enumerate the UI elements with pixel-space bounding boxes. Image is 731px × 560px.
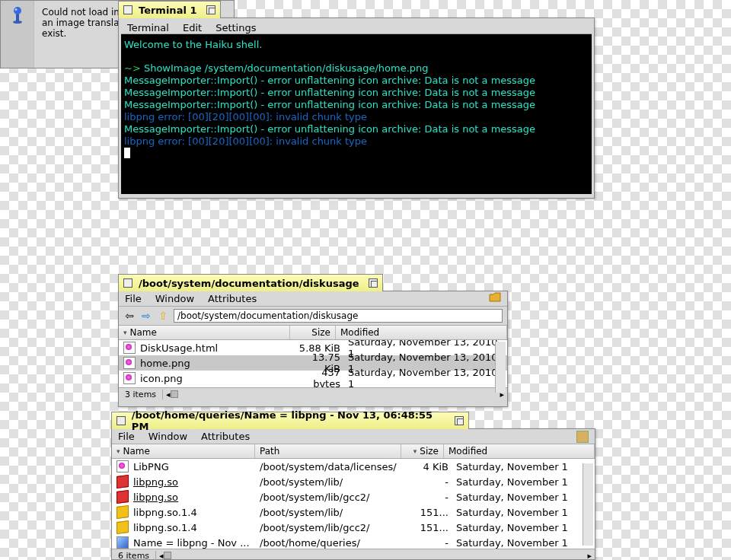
- restore-icon[interactable]: [455, 416, 464, 425]
- file-name: DiskUsage.html: [140, 342, 218, 354]
- package-icon: [576, 431, 589, 443]
- item-count: 3 items: [119, 390, 163, 399]
- col-name[interactable]: ▾Name: [119, 326, 290, 339]
- col-name[interactable]: ▾Name: [112, 444, 255, 458]
- tracker1-menubar: File Window Attributes: [119, 291, 507, 307]
- library-icon: [117, 520, 129, 534]
- table-row[interactable]: Name = libpng - Nov .../boot/home/querie…: [112, 535, 595, 549]
- info-icon: [11, 7, 24, 24]
- scrollbar-horizontal[interactable]: ◂▸: [156, 551, 595, 561]
- file-modified: Saturday, November 1: [448, 507, 590, 518]
- tracker1-navbar: ⇦ ⇨ ⇧: [119, 307, 507, 326]
- terminal-titlebar[interactable]: Terminal 1: [118, 1, 221, 18]
- file-name: libpng.so.1.4: [133, 522, 197, 533]
- file-icon: [123, 372, 136, 384]
- terminal-screen[interactable]: Welcome to the Haiku shell. ~> ShowImage…: [121, 34, 592, 194]
- menu-file[interactable]: File: [125, 293, 142, 304]
- sort-icon: ▾: [117, 447, 120, 455]
- tracker1-column-headers: ▾Name Size Modified: [119, 326, 507, 340]
- tracker-window-query: /boot/home/queries/Name = libpng - Nov 1…: [111, 428, 595, 560]
- menu-settings[interactable]: Settings: [215, 22, 256, 32]
- tracker1-titlebar[interactable]: /boot/system/documentation/diskusage: [118, 274, 383, 291]
- terminal-welcome: Welcome to the Haiku shell.: [124, 39, 262, 50]
- col-size[interactable]: ▾Size: [401, 444, 444, 458]
- file-size: -: [406, 476, 448, 488]
- file-name: libpng.so.1.4: [133, 507, 197, 518]
- file-icon: [117, 460, 129, 473]
- folder-icon: [489, 292, 501, 305]
- menu-attributes[interactable]: Attributes: [208, 293, 257, 304]
- tracker1-statusbar: 3 items ◂▸: [119, 387, 507, 400]
- table-row[interactable]: libpng.so/boot/system/lib/gcc2/-Saturday…: [112, 489, 595, 504]
- file-modified: Saturday, November 1: [448, 461, 590, 473]
- terminal-libpng-error: libpng error: [00][20][00][00]: invalid …: [124, 111, 367, 123]
- menu-terminal[interactable]: Terminal: [127, 22, 169, 32]
- terminal-window: Terminal 1 Terminal Edit Settings Welcom…: [118, 18, 595, 199]
- file-modified: Saturday, November 1: [448, 537, 590, 549]
- file-path: /boot/system/lib/: [260, 507, 406, 518]
- close-icon[interactable]: [123, 5, 132, 14]
- restore-icon[interactable]: [206, 5, 215, 14]
- svg-point-2: [14, 7, 21, 14]
- file-path: /boot/system/lib/gcc2/: [260, 492, 406, 503]
- file-path: /boot/home/queries/: [260, 537, 406, 549]
- tracker1-filelist[interactable]: DiskUsage.html5.88 KiBSaturday, November…: [119, 340, 507, 387]
- menu-window[interactable]: Window: [148, 431, 187, 442]
- nav-forward-icon[interactable]: ⇨: [140, 310, 152, 322]
- terminal-error-line: MessageImporter::Import() - error unflat…: [124, 75, 535, 86]
- menu-edit[interactable]: Edit: [183, 22, 202, 32]
- col-path[interactable]: Path: [255, 444, 401, 458]
- file-modified: Saturday, November 1: [448, 522, 590, 533]
- tracker2-filelist[interactable]: LibPNG/boot/system/data/licenses/4 KiBSa…: [112, 459, 595, 549]
- sort-icon: ▾: [123, 329, 127, 336]
- tracker-window-diskusage: /boot/system/documentation/diskusage Fil…: [118, 291, 508, 407]
- nav-up-icon[interactable]: ⇧: [157, 310, 169, 322]
- restore-icon[interactable]: [369, 278, 378, 288]
- window-title: /boot/system/documentation/diskusage: [139, 278, 359, 289]
- scrollbar-vertical[interactable]: [583, 463, 593, 546]
- alert-icon-column: [1, 1, 34, 68]
- file-size: 437 bytes: [295, 367, 340, 387]
- file-size: 151...: [406, 522, 448, 533]
- table-row[interactable]: libpng.so.1.4/boot/system/lib/gcc2/151..…: [112, 520, 595, 535]
- file-name: icon.png: [140, 373, 183, 384]
- terminal-error-line: MessageImporter::Import() - error unflat…: [124, 99, 535, 110]
- menu-file[interactable]: File: [118, 431, 135, 442]
- file-icon: [123, 342, 136, 354]
- svg-point-3: [14, 8, 17, 11]
- table-row[interactable]: libpng.so.1.4/boot/system/lib/151...Satu…: [112, 504, 595, 520]
- path-input[interactable]: [174, 309, 503, 323]
- file-size: -: [406, 537, 448, 549]
- terminal-menubar: Terminal Edit Settings: [121, 21, 592, 34]
- terminal-libpng-error: libpng error: [00][20][00][00]: invalid …: [124, 135, 367, 147]
- library-icon: [117, 505, 129, 519]
- file-size: 4 KiB: [406, 461, 448, 473]
- nav-back-icon[interactable]: ⇦: [123, 310, 136, 322]
- tracker2-titlebar[interactable]: /boot/home/queries/Name = libpng - Nov 1…: [111, 412, 469, 429]
- col-modified[interactable]: Modified: [336, 326, 507, 339]
- tracker2-column-headers: ▾Name Path ▾Size Modified: [112, 444, 595, 459]
- query-icon: [117, 536, 129, 549]
- table-row[interactable]: LibPNG/boot/system/data/licenses/4 KiBSa…: [112, 459, 595, 474]
- file-icon: [123, 357, 136, 369]
- file-name: home.png: [140, 358, 190, 369]
- item-count: 6 items: [112, 551, 156, 561]
- table-row[interactable]: libpng.so/boot/system/lib/-Saturday, Nov…: [112, 474, 595, 489]
- table-row[interactable]: icon.png437 bytesSaturday, November 13, …: [119, 371, 507, 386]
- scrollbar-vertical[interactable]: [495, 342, 506, 393]
- col-size[interactable]: Size: [290, 326, 336, 339]
- terminal-error-line: MessageImporter::Import() - error unflat…: [124, 123, 535, 135]
- cursor-icon: [124, 148, 130, 158]
- file-size: -: [406, 492, 448, 503]
- menu-attributes[interactable]: Attributes: [201, 431, 250, 442]
- terminal-command: ShowImage /system/documentation/diskusag…: [144, 62, 429, 74]
- col-modified[interactable]: Modified: [444, 444, 595, 458]
- close-icon[interactable]: [117, 416, 126, 425]
- file-modified: Saturday, November 1: [448, 476, 590, 488]
- tracker2-statusbar: 6 items ◂▸: [112, 549, 595, 560]
- scrollbar-horizontal[interactable]: ◂▸: [163, 390, 507, 399]
- menu-window[interactable]: Window: [155, 293, 194, 304]
- terminal-error-line: MessageImporter::Import() - error unflat…: [124, 87, 535, 98]
- close-icon[interactable]: [123, 278, 132, 288]
- file-name: LibPNG: [133, 461, 169, 473]
